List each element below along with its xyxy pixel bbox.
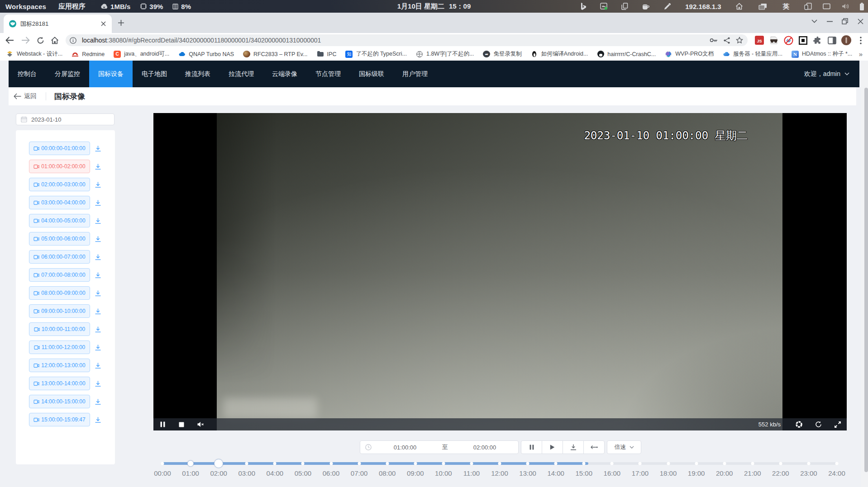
download-record-icon[interactable] xyxy=(95,163,101,170)
bookmark-item[interactable]: QNAP Turbo NAS xyxy=(174,49,238,59)
extension-js-blocker-icon[interactable]: JS xyxy=(752,33,767,47)
nav-item[interactable]: 推流列表 xyxy=(176,61,219,87)
bookmark-item[interactable]: 1.8W字|了不起的... xyxy=(411,49,478,59)
ip-address[interactable]: 192.168.1.3 xyxy=(685,3,721,10)
new-tab-button[interactable] xyxy=(117,19,125,27)
extension-square-icon[interactable] xyxy=(796,33,810,47)
download-record-icon[interactable] xyxy=(95,416,101,423)
browser-menu-kebab-icon[interactable] xyxy=(854,33,868,47)
home-icon[interactable] xyxy=(735,3,743,10)
bookmark-item[interactable]: HDAtmos :: 种子 *... xyxy=(787,49,857,59)
playback-speed-button[interactable]: 倍速 xyxy=(607,440,641,454)
record-segment-button[interactable]: 04:00:00-05:00:00 xyxy=(29,214,90,227)
nav-item[interactable]: 国标设备 xyxy=(89,61,133,87)
download-record-icon[interactable] xyxy=(95,145,101,152)
download-record-icon[interactable] xyxy=(95,326,101,333)
pause-button[interactable] xyxy=(521,440,542,454)
download-record-icon[interactable] xyxy=(95,272,101,279)
date-picker-input[interactable]: 2023-01-10 xyxy=(16,113,114,125)
bookmark-item[interactable]: Redmine xyxy=(67,49,109,59)
back-icon[interactable] xyxy=(4,35,15,46)
window-restore-button[interactable] xyxy=(837,13,853,30)
recording-timeline-slider[interactable]: 00:0001:0002:0003:0004:0005:0006:0007:00… xyxy=(162,457,837,482)
download-record-icon[interactable] xyxy=(95,290,101,297)
record-segment-button[interactable]: 12:00:00-13:00:00 xyxy=(29,359,90,372)
refresh-icon[interactable] xyxy=(815,421,822,428)
bookmark-item[interactable]: RFC2833 – RTP Ev... xyxy=(238,49,312,59)
nav-item[interactable]: 电子地图 xyxy=(133,61,176,87)
home-button-icon[interactable] xyxy=(49,35,60,46)
bookmark-item[interactable]: Webstack - 设计... xyxy=(2,49,67,59)
record-segment-button[interactable]: 15:00:00-15:09:47 xyxy=(29,413,90,426)
password-key-icon[interactable] xyxy=(710,38,718,43)
play-button[interactable] xyxy=(542,440,563,454)
page-scrollbar-thumb[interactable] xyxy=(864,88,868,472)
nav-item[interactable]: 云端录像 xyxy=(263,61,306,87)
extension-paw-blocker-icon[interactable] xyxy=(781,33,796,47)
coffee-cup-icon[interactable] xyxy=(642,3,650,10)
extension-incognito-icon[interactable] xyxy=(767,33,781,47)
nav-item[interactable]: 国标级联 xyxy=(350,61,393,87)
download-record-icon[interactable] xyxy=(95,217,101,224)
record-segment-button[interactable]: 14:00:00-15:00:00 xyxy=(29,395,90,408)
display-icon[interactable] xyxy=(823,3,830,9)
download-record-icon[interactable] xyxy=(95,199,101,206)
cascade-windows-icon[interactable] xyxy=(758,3,767,10)
bookmark-item[interactable]: java、android可... xyxy=(109,49,174,59)
end-time-value[interactable]: 02:00:00 xyxy=(451,444,518,451)
window-minimize-button[interactable] xyxy=(822,13,837,30)
input-language-indicator[interactable]: 英 xyxy=(783,2,790,11)
download-button[interactable] xyxy=(563,440,584,454)
record-segment-button[interactable]: 11:00:00-12:00:00 xyxy=(29,340,90,354)
player-pause-icon[interactable] xyxy=(159,421,166,428)
start-time-value[interactable]: 01:00:00 xyxy=(372,444,439,451)
bookmark-item[interactable]: WVP-PRO文档 xyxy=(660,49,718,59)
record-segment-button[interactable]: 08:00:00-09:00:00 xyxy=(29,286,90,300)
volume-icon[interactable] xyxy=(842,3,849,9)
color-picker-icon[interactable] xyxy=(664,3,671,10)
bookmark-star-icon[interactable] xyxy=(736,37,743,44)
site-info-icon[interactable] xyxy=(70,37,76,44)
player-stop-icon[interactable] xyxy=(178,421,185,428)
timeline-end-handle[interactable] xyxy=(214,459,223,468)
side-panel-icon[interactable] xyxy=(825,33,839,47)
bookmark-item[interactable]: IPC xyxy=(312,49,341,59)
download-record-icon[interactable] xyxy=(95,181,101,188)
record-segment-button[interactable]: 09:00:00-10:00:00 xyxy=(29,304,90,318)
clock[interactable]: 1月10日 星期二 15：09 xyxy=(397,0,471,13)
record-segment-button[interactable]: 00:00:00-01:00:00 xyxy=(29,142,90,155)
tab-close-icon[interactable] xyxy=(99,20,107,28)
page-scrollbar-track[interactable] xyxy=(861,61,868,487)
phone-link-icon[interactable] xyxy=(804,3,812,10)
nav-item[interactable]: 节点管理 xyxy=(306,61,350,87)
bookmarks-overflow-chevron[interactable]: » xyxy=(859,50,863,58)
player-mute-icon[interactable] xyxy=(197,421,204,428)
record-segment-button[interactable]: 10:00:00-11:00:00 xyxy=(29,322,90,336)
bookmark-item[interactable]: hairrrrr/C-CrashC... xyxy=(592,49,660,59)
record-segment-button[interactable]: 03:00:00-04:00:00 xyxy=(29,196,90,209)
user-menu[interactable]: 欢迎，admin xyxy=(804,61,849,87)
window-close-button[interactable] xyxy=(853,13,868,30)
nav-item[interactable]: 控制台 xyxy=(9,61,46,87)
applications-menu[interactable]: 应用程序 xyxy=(58,2,86,11)
record-segment-button[interactable]: 02:00:00-03:00:00 xyxy=(29,178,90,191)
download-record-icon[interactable] xyxy=(95,398,101,405)
share-icon[interactable] xyxy=(724,37,730,44)
nav-item[interactable]: 用户管理 xyxy=(393,61,437,87)
reload-icon[interactable] xyxy=(35,35,46,46)
record-segment-button[interactable]: 05:00:00-06:00:00 xyxy=(29,232,90,246)
download-record-icon[interactable] xyxy=(95,380,101,387)
fullscreen-icon[interactable] xyxy=(834,421,841,428)
bookmark-item[interactable]: 免登录复制 xyxy=(478,49,526,59)
download-record-icon[interactable] xyxy=(95,344,101,351)
download-record-icon[interactable] xyxy=(95,254,101,260)
bing-icon[interactable] xyxy=(581,3,587,10)
battery-icon[interactable] xyxy=(859,3,864,10)
record-segment-button[interactable]: 07:00:00-08:00:00 xyxy=(29,268,90,282)
snapshot-aperture-icon[interactable] xyxy=(795,421,802,428)
record-segment-button[interactable]: 06:00:00-07:00:00 xyxy=(29,250,90,264)
window-menu-chevron-icon[interactable] xyxy=(806,13,822,30)
time-range-picker[interactable]: 01:00:00 至 02:00:00 xyxy=(360,440,519,454)
browser-tab[interactable]: 国标28181 xyxy=(4,14,112,33)
record-segment-button[interactable]: 01:00:00-02:00:00 xyxy=(29,160,90,173)
